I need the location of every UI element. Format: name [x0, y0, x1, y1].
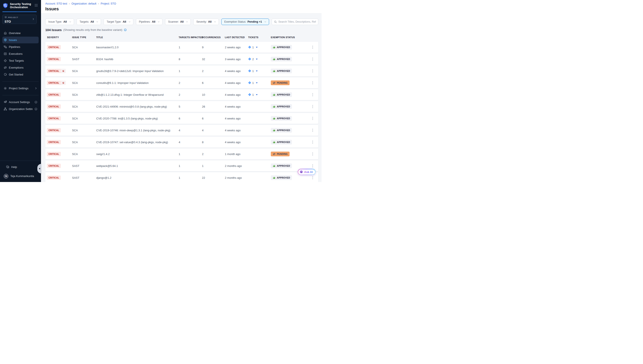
- targets-impacted: 6: [179, 117, 202, 120]
- issue-title: B324: hashlib: [96, 58, 179, 61]
- kebab-icon[interactable]: [311, 56, 314, 62]
- filter-dropdown-targets[interactable]: Targets: All: [77, 18, 101, 25]
- targets-impacted: 2: [179, 93, 202, 96]
- issue-row[interactable]: CRITICAL SCA coreutils@9.1-1: Improper I…: [45, 78, 318, 88]
- sidebar-tertiary-nav: Account Settings Organization Settings: [0, 98, 41, 112]
- issue-row[interactable]: CRITICAL SCA CVE-2021-44906: minimist@0.…: [45, 101, 318, 112]
- sidebar-item-project-settings[interactable]: Project Settings: [2, 85, 39, 92]
- sidebar-item-issues[interactable]: Issues: [2, 37, 39, 43]
- issue-type: SCA: [72, 117, 96, 120]
- kebab-icon[interactable]: [311, 163, 314, 168]
- issue-row[interactable]: CRITICAL SCA CVE-2019-10746: mixin-deep@…: [45, 125, 318, 136]
- sidebar-item-help[interactable]: ? Help: [5, 164, 36, 170]
- kebab-icon[interactable]: [311, 128, 314, 133]
- info-icon[interactable]: [124, 28, 127, 31]
- sidebar-item-pipelines[interactable]: Pipelines: [2, 44, 39, 50]
- last-detected: 4 weeks ago: [225, 81, 248, 84]
- occurrences: 22: [202, 176, 225, 180]
- ticket-expand-caret-icon[interactable]: [256, 94, 258, 95]
- issue-type: SAST: [72, 164, 96, 168]
- severity-label: CRITICAL: [47, 69, 61, 73]
- home-icon: [4, 32, 7, 35]
- grid-icon[interactable]: [35, 3, 39, 7]
- kebab-icon[interactable]: [311, 104, 314, 109]
- filter-dropdown-severity[interactable]: Severity: All: [193, 18, 219, 25]
- issue-row[interactable]: CRITICAL SCA bassmaster//1.2.0 1 9 2 wee…: [45, 42, 318, 52]
- kebab-icon[interactable]: [311, 68, 314, 74]
- breadcrumb-link-organization-default[interactable]: Organization: default: [72, 2, 96, 5]
- last-detected: 4 weeks ago: [225, 93, 248, 96]
- exemption-status-badge: APPROVED: [271, 45, 292, 50]
- severity-badge: CRITICAL: [47, 164, 61, 168]
- targets-impacted: 4: [179, 129, 202, 132]
- project-selector[interactable]: PROJECT STO: [2, 15, 37, 24]
- targets-impacted: 2: [179, 81, 202, 84]
- ticket-expand-caret-icon[interactable]: [256, 82, 258, 84]
- thumb-up-icon: [273, 117, 276, 120]
- filter-dropdown-pipelines[interactable]: Pipelines: All: [136, 18, 163, 25]
- sidebar-item-executions[interactable]: Executions: [2, 50, 39, 57]
- last-detected: 3 weeks ago: [225, 58, 248, 61]
- sidebar-item-get-started[interactable]: Get Started: [2, 71, 39, 78]
- issue-row[interactable]: CRITICAL SCA CVE-2019-10747: set-value@0…: [45, 137, 318, 148]
- issue-row[interactable]: CRITICAL SAST webpack@5.64.1 1 1 2 month…: [45, 160, 318, 171]
- sidebar-item-organization-settings[interactable]: Organization Settings: [2, 106, 39, 112]
- column-header-severity: SEVERITY: [45, 36, 72, 38]
- severity-label: CRITICAL: [47, 81, 61, 85]
- breadcrumb-link-account-sto-test[interactable]: Account: STO test: [45, 2, 67, 5]
- breadcrumb-link-project-sto[interactable]: Project: STO: [101, 2, 116, 5]
- issue-type: SCA: [72, 70, 96, 73]
- search-box: [272, 18, 318, 25]
- shield-search-icon: [4, 38, 7, 42]
- kebab-icon[interactable]: [311, 116, 314, 121]
- issue-title: CVE-2019-10746: mixin-deep@1.3.1 (lang-p…: [96, 129, 179, 132]
- thumb-up-icon: [273, 58, 276, 60]
- kebab-icon[interactable]: [311, 152, 314, 156]
- filter-dropdown-issue-type[interactable]: Issue Type: All: [45, 18, 74, 25]
- issue-row[interactable]: CRITICAL SCA gnutls28@3.7.9-2+deb12u5: I…: [45, 66, 318, 76]
- ask-ai-button[interactable]: Ask AI: [298, 169, 315, 175]
- get-started-icon: [4, 73, 7, 76]
- issue-row[interactable]: CRITICAL SAST B324: hashlib 8 32 3 weeks…: [45, 54, 318, 64]
- issue-title: zlib@1:1.2.13.dfsg-1: Integer Overflow o…: [96, 93, 179, 96]
- breadcrumb-separator: ›: [69, 2, 70, 5]
- search-input[interactable]: [278, 20, 316, 23]
- kebab-icon[interactable]: [311, 92, 314, 97]
- filter-dropdown-target-type[interactable]: Target Type: All: [104, 18, 133, 25]
- sidebar-item-exemptions[interactable]: Exemptions: [2, 64, 39, 71]
- filter-dropdown-scanner[interactable]: Scanner: All: [165, 18, 191, 25]
- jira-icon: [248, 81, 251, 84]
- user-profile[interactable]: TK Teja Kummarikuntla: [4, 174, 37, 178]
- ticket-expand-caret-icon[interactable]: [256, 70, 258, 72]
- chevron-down-icon: [128, 21, 131, 23]
- kebab-icon[interactable]: [311, 140, 314, 145]
- breadcrumb: Account: STO test›Organization: default›…: [45, 2, 317, 5]
- stack-icon: [61, 69, 66, 73]
- thumb-up-icon: [273, 164, 276, 167]
- sidebar-item-account-settings[interactable]: Account Settings: [2, 99, 39, 106]
- issue-title: gnutls28@3.7.9-2+deb12u5: Improper Input…: [96, 70, 179, 73]
- issue-row[interactable]: CRITICAL SCA zlib@1:1.2.13.dfsg-1: Integ…: [45, 89, 318, 100]
- ticket-expand-caret-icon[interactable]: [256, 47, 258, 48]
- kebab-icon[interactable]: [311, 45, 314, 50]
- exemption-status-badge: APPROVED: [271, 175, 292, 180]
- severity-badge: CRITICAL: [47, 81, 66, 85]
- sidebar-item-test-targets[interactable]: Test Targets: [2, 57, 39, 64]
- issue-type: SCA: [72, 93, 96, 96]
- issue-row[interactable]: CRITICAL SCA swig//1.4.2 1 2 1 month ago…: [45, 148, 318, 159]
- sidebar-item-overview[interactable]: Overview: [2, 30, 39, 36]
- breadcrumb-separator: ›: [98, 2, 99, 5]
- status-label: APPROVED: [277, 70, 290, 72]
- kebab-icon[interactable]: [311, 175, 314, 180]
- filter-dropdown-exemption-status[interactable]: Exemption Status: Pending +1: [221, 18, 269, 25]
- ticket-count: 1: [252, 46, 254, 49]
- occurrences: 8: [202, 140, 225, 144]
- issue-row[interactable]: CRITICAL SAST django@1.2 1 22 2 months a…: [45, 172, 318, 182]
- chevron-right-icon: [35, 87, 37, 90]
- issue-row[interactable]: CRITICAL SCA CVE-2020-7788: ini@1.3.5 (l…: [45, 113, 318, 124]
- issues-note: (Showing results only from the baseline …: [63, 28, 122, 32]
- ticket-expand-caret-icon[interactable]: [256, 59, 258, 60]
- occurrences: 9: [202, 46, 225, 49]
- jira-icon: [248, 46, 251, 49]
- kebab-icon[interactable]: [311, 80, 314, 86]
